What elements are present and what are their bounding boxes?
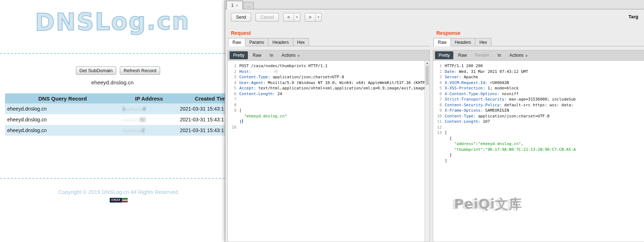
code-line: 10 <box>228 125 430 130</box>
view-tab-raw[interactable]: Raw <box>228 38 245 46</box>
chevron-down-icon: ∨ <box>298 54 300 57</box>
line-number: 7 <box>433 97 442 102</box>
refresh-record-button[interactable]: Refresh Record <box>120 66 160 75</box>
view-tab-params[interactable]: Params <box>245 38 268 46</box>
line-number: 9 <box>228 108 236 113</box>
code-line: 6Content-Length: 24 <box>228 91 430 97</box>
burp-repeater-window: 1 × ... Send Cancel <▼ >▼ Targ Request R… <box>225 0 644 242</box>
line-number: 3 <box>433 74 442 80</box>
view-tab-headers[interactable]: Headers <box>450 38 475 46</box>
cell-ip-address: 1··.···.··.·4 <box>120 103 178 114</box>
request-view-tabs: RawParamsHeadersHex <box>227 38 430 46</box>
table-row: eheeyd.dnslog.cn1··.···.··.·42021-03-31 … <box>5 103 225 114</box>
view-tab-hex[interactable]: Hex <box>475 38 491 46</box>
code-line: 9X-Frame-Options: SAMEORIGIN <box>433 108 644 113</box>
cell-ip-address: ··.···.···.52 <box>120 114 178 125</box>
code-line: "eheeyd.dnslog.cn" <box>228 113 430 119</box>
format-tab-raw[interactable]: Raw <box>454 51 470 59</box>
line-number: 11 <box>433 119 442 125</box>
response-viewer[interactable]: 1HTTP/1.1 200 2002Date: Wed, 31 Mar 2021… <box>433 61 644 242</box>
view-tab-hex[interactable]: Hex <box>293 38 309 46</box>
response-format-bar: PrettyRawRender\nActions∨ <box>433 50 644 61</box>
code-line: { <box>433 136 644 141</box>
line-number: 3 <box>228 74 236 80</box>
line-number: 7 <box>228 97 236 102</box>
history-back-button[interactable]: <▼ <box>283 13 300 22</box>
code-line: 2Date: Wed, 31 Mar 2021 07:43:12 GMT <box>433 69 644 75</box>
format-tab-pretty[interactable]: Pretty <box>230 51 248 59</box>
code-line: 5X-XSS-Protection: 1; mode=block <box>433 85 644 91</box>
code-line: 2Host: ·········0 <box>228 69 430 75</box>
format-tab-raw[interactable]: Raw <box>249 51 265 59</box>
code-line: 4X-VSCM-Request-Id: rU000A3B <box>433 80 644 86</box>
cnzz-flag-icon <box>122 198 128 203</box>
code-line: "address":"eheeyd.dnslog.cn", <box>433 141 644 147</box>
scrollbar-thumb[interactable] <box>426 66 429 85</box>
col-header-dns-query-record: DNS Query Record <box>5 93 120 103</box>
dns-query-table: DNS Query Record IP Address Created Time… <box>5 93 225 136</box>
code-line: 3Server: Apache <box>433 74 644 80</box>
view-tab-raw[interactable]: Raw <box>434 38 451 46</box>
line-number: 2 <box>228 69 236 75</box>
code-line: 7 <box>228 97 430 102</box>
target-label: Targ <box>629 14 638 19</box>
col-header-created-time: Created Time <box>178 93 225 103</box>
cell-created-time: 2021-03-31 15:43:1 <box>178 103 225 114</box>
code-line: 3Content-Type: application/json;charset=… <box>228 74 430 80</box>
forward-arrow-icon: > <box>305 13 316 21</box>
line-number: 5 <box>228 85 236 91</box>
line-number: 12 <box>433 125 442 130</box>
view-tab-headers[interactable]: Headers <box>268 38 293 46</box>
repeater-tab-more[interactable]: ... <box>244 2 254 9</box>
cnzz-badge-label: CNZZ <box>110 198 122 203</box>
code-line: 4User-Agent: Mozilla/5.0 (Windows NT 10.… <box>228 80 430 86</box>
close-icon[interactable]: × <box>236 3 238 8</box>
format-tab-actions[interactable]: Actions∨ <box>278 51 303 59</box>
cell-dns-record: eheeyd.dnslog.cn <box>5 125 120 136</box>
format-tab-n[interactable]: \n <box>266 51 277 59</box>
current-subdomain: eheeyd.dnslog.cn <box>0 79 225 85</box>
cancel-button[interactable]: Cancel <box>255 13 279 22</box>
request-editor[interactable]: 1POST /casa/nodes/thumbprints HTTP/1.12H… <box>227 61 430 242</box>
request-format-bar: PrettyRaw\nActions∨ <box>227 50 430 61</box>
line-number: 6 <box>228 91 236 97</box>
line-number: 10 <box>433 113 442 119</box>
table-header-row: DNS Query Record IP Address Created Time <box>5 93 225 103</box>
back-arrow-icon: < <box>284 13 294 21</box>
dropdown-chevron-icon: ▼ <box>316 13 322 21</box>
line-number: 10 <box>228 125 236 130</box>
line-number: 8 <box>433 102 442 108</box>
send-button[interactable]: Send <box>231 13 251 22</box>
code-line: "thumbprint":"96:17:9A:B0:7C:21:13:2B:90… <box>433 147 644 153</box>
format-tab-n[interactable]: \n <box>494 51 505 59</box>
dashed-divider-top <box>0 53 225 54</box>
code-line: 8 <box>228 102 430 108</box>
code-line: 5Accept: text/html,application/xhtml+xml… <box>228 85 430 91</box>
line-number: 9 <box>433 108 442 113</box>
chevron-down-icon: ∨ <box>525 54 528 57</box>
line-number: 5 <box>433 85 442 91</box>
code-line: 11Content-Length: 107 <box>433 119 644 125</box>
code-line: 1HTTP/1.1 200 200 <box>433 63 644 69</box>
repeater-tab-1-label: 1 <box>231 3 233 8</box>
dnslog-page: DNSLog.cn Get SubDomain Refresh Record e… <box>0 0 225 242</box>
code-line: 13[ <box>433 130 644 136</box>
get-subdomain-button[interactable]: Get SubDomain <box>76 66 117 75</box>
format-tab-pretty[interactable]: Pretty <box>435 51 453 59</box>
cell-created-time: 2021-03-31 15:43:1 <box>178 114 225 125</box>
dashed-divider-bottom <box>0 178 225 179</box>
format-tab-actions[interactable]: Actions∨ <box>506 51 531 59</box>
request-scrollbar[interactable]: ▲ <box>425 61 430 242</box>
cell-created-time: 2021-03-31 15:43:1 <box>178 125 225 136</box>
response-panel-title: Response <box>436 30 644 36</box>
copyright-text: Copyright © 2019 DNSLog.cn All Rights Re… <box>0 189 225 195</box>
cnzz-badge[interactable]: CNZZ <box>110 198 127 203</box>
response-panel: Response RawHeadersHex PrettyRawRender\n… <box>433 25 644 242</box>
line-number: 4 <box>228 80 236 86</box>
scroll-up-icon[interactable]: ▲ <box>425 61 430 66</box>
history-forward-button[interactable]: >▼ <box>305 13 322 22</box>
cell-ip-address: ··.···.···.·2 <box>120 125 178 136</box>
code-line: ] <box>433 158 644 164</box>
code-line: 1POST /casa/nodes/thumbprints HTTP/1.1 <box>228 63 430 69</box>
repeater-tab-1[interactable]: 1 × <box>226 1 243 10</box>
